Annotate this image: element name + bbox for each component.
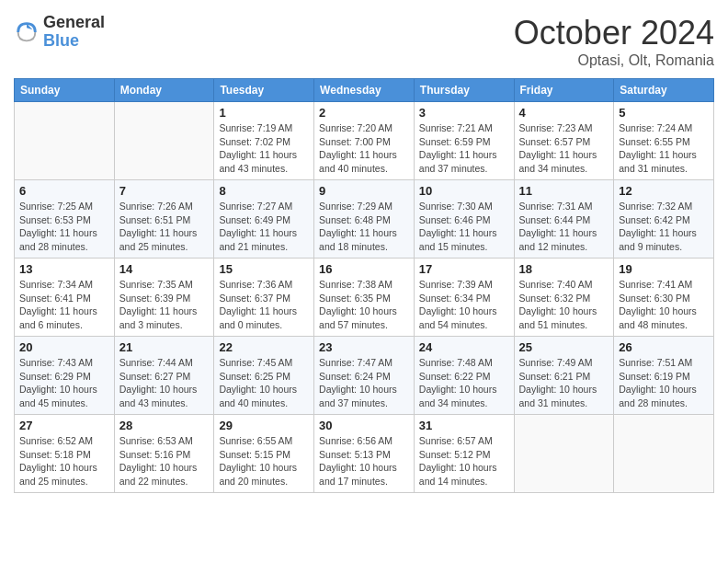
day-number: 3 bbox=[419, 106, 509, 120]
day-detail: Sunrise: 7:43 AM Sunset: 6:29 PM Dayligh… bbox=[19, 356, 109, 410]
day-number: 29 bbox=[219, 419, 309, 432]
title-block: October 2024 Optasi, Olt, Romania bbox=[514, 14, 714, 69]
calendar-cell: 31Sunrise: 6:57 AM Sunset: 5:12 PM Dayli… bbox=[414, 415, 514, 493]
day-detail: Sunrise: 7:40 AM Sunset: 6:32 PM Dayligh… bbox=[519, 278, 609, 332]
calendar-cell: 24Sunrise: 7:48 AM Sunset: 6:22 PM Dayli… bbox=[414, 337, 514, 415]
calendar-cell: 29Sunrise: 6:55 AM Sunset: 5:15 PM Dayli… bbox=[214, 415, 314, 493]
day-number: 6 bbox=[19, 184, 109, 198]
day-number: 14 bbox=[119, 262, 210, 276]
day-number: 26 bbox=[619, 340, 709, 354]
day-detail: Sunrise: 7:34 AM Sunset: 6:41 PM Dayligh… bbox=[19, 278, 109, 332]
day-number: 18 bbox=[519, 262, 609, 276]
weekday-header-sunday: Sunday bbox=[15, 79, 115, 102]
calendar-cell: 7Sunrise: 7:26 AM Sunset: 6:51 PM Daylig… bbox=[114, 180, 214, 259]
day-detail: Sunrise: 7:48 AM Sunset: 6:22 PM Dayligh… bbox=[419, 356, 509, 410]
day-number: 30 bbox=[319, 419, 409, 432]
calendar-cell: 3Sunrise: 7:21 AM Sunset: 6:59 PM Daylig… bbox=[414, 102, 514, 180]
calendar-cell: 8Sunrise: 7:27 AM Sunset: 6:49 PM Daylig… bbox=[214, 180, 314, 259]
page-header: General Blue October 2024 Optasi, Olt, R… bbox=[14, 14, 714, 69]
day-detail: Sunrise: 7:41 AM Sunset: 6:30 PM Dayligh… bbox=[619, 278, 709, 332]
weekday-header-tuesday: Tuesday bbox=[214, 79, 314, 102]
calendar-cell: 22Sunrise: 7:45 AM Sunset: 6:25 PM Dayli… bbox=[214, 337, 314, 415]
day-number: 7 bbox=[119, 184, 210, 198]
day-number: 4 bbox=[519, 106, 609, 120]
calendar-cell: 15Sunrise: 7:36 AM Sunset: 6:37 PM Dayli… bbox=[214, 259, 314, 337]
day-number: 12 bbox=[619, 184, 709, 198]
day-number: 21 bbox=[119, 340, 210, 354]
calendar-week-row: 27Sunrise: 6:52 AM Sunset: 5:18 PM Dayli… bbox=[15, 415, 714, 493]
calendar-cell: 11Sunrise: 7:31 AM Sunset: 6:44 PM Dayli… bbox=[514, 180, 614, 259]
calendar-cell: 27Sunrise: 6:52 AM Sunset: 5:18 PM Dayli… bbox=[15, 415, 115, 493]
calendar-week-row: 13Sunrise: 7:34 AM Sunset: 6:41 PM Dayli… bbox=[15, 259, 714, 337]
day-number: 11 bbox=[519, 184, 609, 198]
calendar-cell: 10Sunrise: 7:30 AM Sunset: 6:46 PM Dayli… bbox=[414, 180, 514, 259]
day-number: 25 bbox=[519, 340, 609, 354]
weekday-header-row: SundayMondayTuesdayWednesdayThursdayFrid… bbox=[15, 79, 714, 102]
day-number: 28 bbox=[119, 419, 210, 432]
day-number: 17 bbox=[419, 262, 509, 276]
logo-text: General Blue bbox=[43, 14, 105, 51]
day-number: 1 bbox=[219, 106, 309, 120]
weekday-header-wednesday: Wednesday bbox=[314, 79, 415, 102]
day-number: 22 bbox=[219, 340, 309, 354]
day-number: 2 bbox=[319, 106, 409, 120]
day-detail: Sunrise: 6:57 AM Sunset: 5:12 PM Dayligh… bbox=[419, 434, 509, 488]
day-detail: Sunrise: 7:47 AM Sunset: 6:24 PM Dayligh… bbox=[319, 356, 409, 410]
calendar-cell: 21Sunrise: 7:44 AM Sunset: 6:27 PM Dayli… bbox=[114, 337, 214, 415]
day-number: 13 bbox=[19, 262, 109, 276]
calendar-cell: 19Sunrise: 7:41 AM Sunset: 6:30 PM Dayli… bbox=[614, 259, 714, 337]
calendar-cell bbox=[114, 102, 214, 180]
day-number: 27 bbox=[19, 419, 109, 432]
calendar-cell: 5Sunrise: 7:24 AM Sunset: 6:55 PM Daylig… bbox=[614, 102, 714, 180]
day-detail: Sunrise: 7:25 AM Sunset: 6:53 PM Dayligh… bbox=[19, 200, 109, 254]
day-number: 5 bbox=[619, 106, 709, 120]
day-number: 24 bbox=[419, 340, 509, 354]
calendar-cell: 28Sunrise: 6:53 AM Sunset: 5:16 PM Dayli… bbox=[114, 415, 214, 493]
day-number: 8 bbox=[219, 184, 309, 198]
day-detail: Sunrise: 7:27 AM Sunset: 6:49 PM Dayligh… bbox=[219, 200, 309, 254]
calendar-cell: 13Sunrise: 7:34 AM Sunset: 6:41 PM Dayli… bbox=[15, 259, 115, 337]
calendar-cell: 6Sunrise: 7:25 AM Sunset: 6:53 PM Daylig… bbox=[15, 180, 115, 259]
calendar-cell: 25Sunrise: 7:49 AM Sunset: 6:21 PM Dayli… bbox=[514, 337, 614, 415]
calendar-cell: 16Sunrise: 7:38 AM Sunset: 6:35 PM Dayli… bbox=[314, 259, 415, 337]
calendar-cell bbox=[15, 102, 115, 180]
calendar-table: SundayMondayTuesdayWednesdayThursdayFrid… bbox=[14, 78, 714, 493]
calendar-cell: 30Sunrise: 6:56 AM Sunset: 5:13 PM Dayli… bbox=[314, 415, 415, 493]
calendar-cell: 1Sunrise: 7:19 AM Sunset: 7:02 PM Daylig… bbox=[214, 102, 314, 180]
calendar-cell: 4Sunrise: 7:23 AM Sunset: 6:57 PM Daylig… bbox=[514, 102, 614, 180]
day-detail: Sunrise: 7:49 AM Sunset: 6:21 PM Dayligh… bbox=[519, 356, 609, 410]
day-detail: Sunrise: 7:26 AM Sunset: 6:51 PM Dayligh… bbox=[119, 200, 210, 254]
day-detail: Sunrise: 6:52 AM Sunset: 5:18 PM Dayligh… bbox=[19, 434, 109, 488]
weekday-header-thursday: Thursday bbox=[414, 79, 514, 102]
day-detail: Sunrise: 7:20 AM Sunset: 7:00 PM Dayligh… bbox=[319, 121, 409, 176]
day-detail: Sunrise: 7:21 AM Sunset: 6:59 PM Dayligh… bbox=[419, 121, 509, 176]
day-detail: Sunrise: 7:35 AM Sunset: 6:39 PM Dayligh… bbox=[119, 278, 210, 332]
weekday-header-saturday: Saturday bbox=[614, 79, 714, 102]
month-title: October 2024 bbox=[514, 14, 714, 52]
day-detail: Sunrise: 7:24 AM Sunset: 6:55 PM Dayligh… bbox=[619, 121, 709, 176]
logo: General Blue bbox=[14, 14, 105, 51]
calendar-cell: 17Sunrise: 7:39 AM Sunset: 6:34 PM Dayli… bbox=[414, 259, 514, 337]
calendar-cell bbox=[614, 415, 714, 493]
day-number: 23 bbox=[319, 340, 409, 354]
calendar-cell: 23Sunrise: 7:47 AM Sunset: 6:24 PM Dayli… bbox=[314, 337, 415, 415]
calendar-cell: 18Sunrise: 7:40 AM Sunset: 6:32 PM Dayli… bbox=[514, 259, 614, 337]
calendar-cell: 14Sunrise: 7:35 AM Sunset: 6:39 PM Dayli… bbox=[114, 259, 214, 337]
calendar-cell: 26Sunrise: 7:51 AM Sunset: 6:19 PM Dayli… bbox=[614, 337, 714, 415]
day-number: 15 bbox=[219, 262, 309, 276]
calendar-cell: 9Sunrise: 7:29 AM Sunset: 6:48 PM Daylig… bbox=[314, 180, 415, 259]
calendar-cell: 2Sunrise: 7:20 AM Sunset: 7:00 PM Daylig… bbox=[314, 102, 415, 180]
day-detail: Sunrise: 7:31 AM Sunset: 6:44 PM Dayligh… bbox=[519, 200, 609, 254]
day-detail: Sunrise: 7:39 AM Sunset: 6:34 PM Dayligh… bbox=[419, 278, 509, 332]
day-detail: Sunrise: 6:53 AM Sunset: 5:16 PM Dayligh… bbox=[119, 434, 210, 488]
calendar-week-row: 6Sunrise: 7:25 AM Sunset: 6:53 PM Daylig… bbox=[15, 180, 714, 259]
calendar-cell bbox=[514, 415, 614, 493]
weekday-header-monday: Monday bbox=[114, 79, 214, 102]
weekday-header-friday: Friday bbox=[514, 79, 614, 102]
day-detail: Sunrise: 6:56 AM Sunset: 5:13 PM Dayligh… bbox=[319, 434, 409, 488]
day-number: 31 bbox=[419, 419, 509, 432]
logo-icon bbox=[14, 19, 40, 45]
day-detail: Sunrise: 7:44 AM Sunset: 6:27 PM Dayligh… bbox=[119, 356, 210, 410]
day-number: 16 bbox=[319, 262, 409, 276]
day-detail: Sunrise: 7:29 AM Sunset: 6:48 PM Dayligh… bbox=[319, 200, 409, 254]
